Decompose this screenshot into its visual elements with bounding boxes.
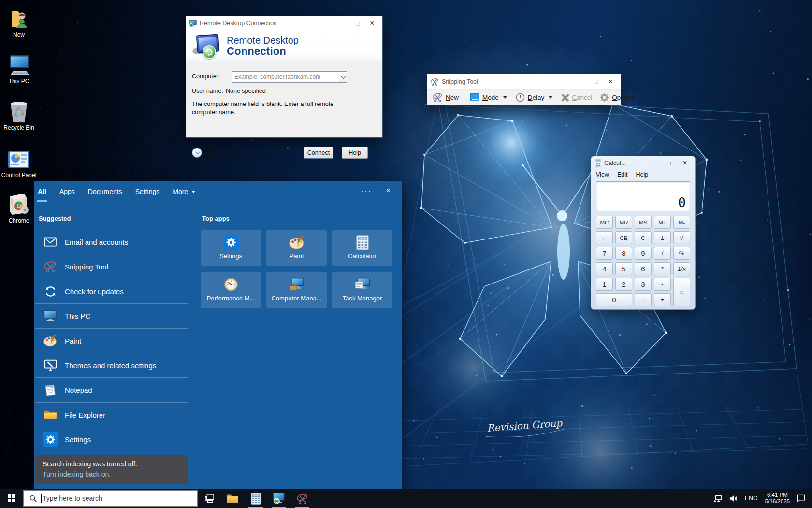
key-0[interactable]: 0 (596, 293, 632, 306)
help-button[interactable]: Help (342, 147, 368, 159)
close-button[interactable]: × (603, 77, 618, 86)
cancel-button[interactable]: Cancel (561, 93, 592, 101)
action-center-icon[interactable] (794, 489, 809, 508)
list-item-this-pc[interactable]: This PC (35, 304, 188, 329)
maximize-button[interactable]: □ (589, 78, 603, 85)
key-ce[interactable]: CE (615, 231, 632, 244)
rdp-titlebar[interactable]: Remote Desktop Connection — □ × (186, 16, 382, 30)
key-5[interactable]: 5 (615, 262, 632, 275)
key-mr[interactable]: MR (615, 216, 632, 229)
show-options-expander-icon[interactable] (192, 148, 202, 158)
menu-edit[interactable]: Edit (617, 171, 628, 178)
key-plus[interactable]: + (654, 293, 671, 306)
new-snip-button[interactable]: New (432, 92, 459, 103)
desktop-icon-chrome[interactable]: Chrome (0, 192, 38, 224)
minimize-button[interactable]: — (574, 78, 589, 85)
list-item-paint[interactable]: Paint (35, 329, 188, 353)
tile-paint[interactable]: Paint (266, 230, 327, 266)
key-divide[interactable]: / (654, 247, 671, 260)
tab-more[interactable]: More (173, 181, 195, 202)
maximize-button[interactable]: □ (666, 160, 679, 167)
key-c[interactable]: C (635, 231, 652, 244)
desktop-icon-control-panel[interactable]: Control Panel (0, 146, 38, 179)
key-6[interactable]: 6 (635, 262, 652, 275)
tile-task-manager[interactable]: Task Manager (332, 272, 392, 308)
key-equals[interactable]: = (673, 278, 690, 306)
taskbar-snipping-tool[interactable] (290, 489, 314, 508)
maximize-button[interactable]: □ (350, 20, 365, 27)
minimize-button[interactable]: — (336, 20, 350, 27)
list-item-notepad[interactable]: Notepad (35, 378, 188, 403)
key-reciprocal[interactable]: 1/x (673, 262, 690, 275)
taskbar-file-explorer[interactable] (221, 489, 244, 508)
key-mminus[interactable]: M- (673, 216, 690, 229)
close-button[interactable]: × (365, 19, 379, 28)
key-3[interactable]: 3 (635, 278, 652, 291)
tab-settings[interactable]: Settings (135, 181, 160, 202)
key-mplus[interactable]: M+ (654, 216, 671, 229)
list-item-settings[interactable]: Settings (35, 427, 188, 451)
tile-computer-management[interactable]: Computer Mana... (266, 272, 327, 308)
combobox-dropdown-button[interactable] (338, 72, 347, 82)
list-item-themes[interactable]: Themes and related settings (35, 353, 188, 378)
minimize-button[interactable]: — (653, 160, 666, 167)
see-more-button[interactable]: ··· (362, 187, 372, 194)
tile-calculator[interactable]: Calculator (332, 230, 392, 266)
list-item-check-updates[interactable]: Check for updates (35, 279, 188, 304)
list-item-email-accounts[interactable]: Email and accounts (35, 230, 188, 254)
language-indicator[interactable]: ENG (741, 489, 761, 508)
key-9[interactable]: 9 (635, 247, 652, 260)
computer-combobox[interactable]: Example: computer.fabrikam.com (232, 71, 347, 83)
tab-apps[interactable]: Apps (59, 181, 75, 202)
key-backspace[interactable]: ← (596, 231, 613, 244)
chevron-down-icon (503, 96, 507, 99)
mode-button[interactable]: Mode (470, 93, 507, 101)
calculator-titlebar[interactable]: Calcul... — □ × (591, 156, 695, 170)
taskbar-calculator[interactable] (244, 489, 267, 508)
start-button[interactable] (0, 489, 23, 508)
key-mc[interactable]: MC (596, 216, 613, 229)
key-1[interactable]: 1 (596, 278, 613, 291)
key-ms[interactable]: MS (635, 216, 652, 229)
key-7[interactable]: 7 (596, 247, 613, 260)
key-minus[interactable]: - (654, 278, 671, 291)
show-options-control[interactable]: Show Options (192, 148, 244, 158)
desktop-icon-new[interactable]: New (0, 6, 38, 38)
list-item-snipping-tool[interactable]: Snipping Tool (35, 254, 188, 279)
task-view-button[interactable] (198, 489, 221, 508)
menu-help[interactable]: Help (636, 171, 648, 178)
key-8[interactable]: 8 (615, 247, 632, 260)
tab-documents[interactable]: Documents (88, 181, 122, 202)
desktop-icon-this-pc[interactable]: This PC (0, 52, 38, 85)
list-item-file-explorer[interactable]: File Explorer (35, 403, 188, 427)
delay-button[interactable]: Delay (516, 93, 553, 102)
connect-button[interactable]: Connect (304, 147, 333, 159)
key-multiply[interactable]: * (654, 262, 671, 275)
taskbar-remote-desktop[interactable] (267, 489, 290, 508)
show-desktop-button[interactable] (809, 489, 812, 508)
key-negate[interactable]: ± (654, 231, 671, 244)
network-icon[interactable] (710, 489, 726, 508)
options-button[interactable]: Options (600, 93, 635, 102)
taskbar-search-box[interactable]: Type here to search (23, 490, 198, 507)
computer-label: Computer: (192, 73, 220, 80)
key-2[interactable]: 2 (615, 278, 632, 291)
tile-settings[interactable]: Settings (201, 230, 261, 266)
desktop-icon-recycle-bin[interactable]: Recycle Bin (0, 99, 38, 131)
clock[interactable]: 6:41 PM 5/16/2025 (761, 492, 794, 505)
key-decimal[interactable]: . (635, 293, 652, 306)
suggested-list: Email and accounts Snipping Tool Check f… (35, 230, 188, 451)
key-4[interactable]: 4 (596, 262, 613, 275)
key-percent[interactable]: % (673, 247, 690, 260)
volume-icon[interactable] (726, 489, 741, 508)
tab-all[interactable]: All (38, 181, 46, 202)
close-button[interactable]: × (679, 159, 691, 167)
key-sqrt[interactable]: √ (673, 231, 690, 244)
menu-view[interactable]: View (596, 171, 609, 178)
desktop-icon-label: Recycle Bin (0, 124, 38, 131)
tile-performance-monitor[interactable]: Performance M... (201, 272, 261, 308)
indexing-notice-link[interactable]: Turn indexing back on. (43, 470, 181, 478)
snipping-titlebar[interactable]: Snipping Tool — □ × (427, 74, 621, 90)
task-manager-icon (355, 276, 370, 293)
close-search-button[interactable]: × (386, 186, 391, 195)
